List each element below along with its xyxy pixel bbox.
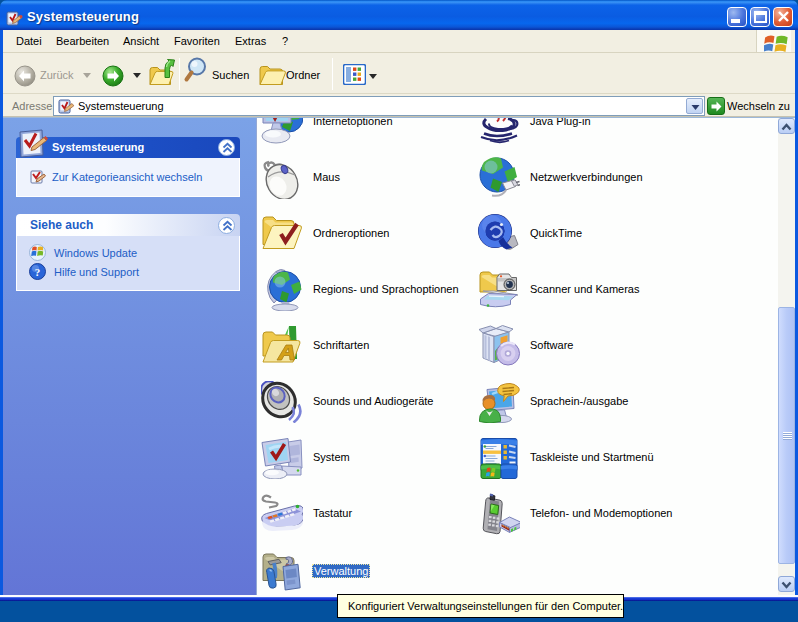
svg-text:?: ? — [35, 266, 41, 278]
